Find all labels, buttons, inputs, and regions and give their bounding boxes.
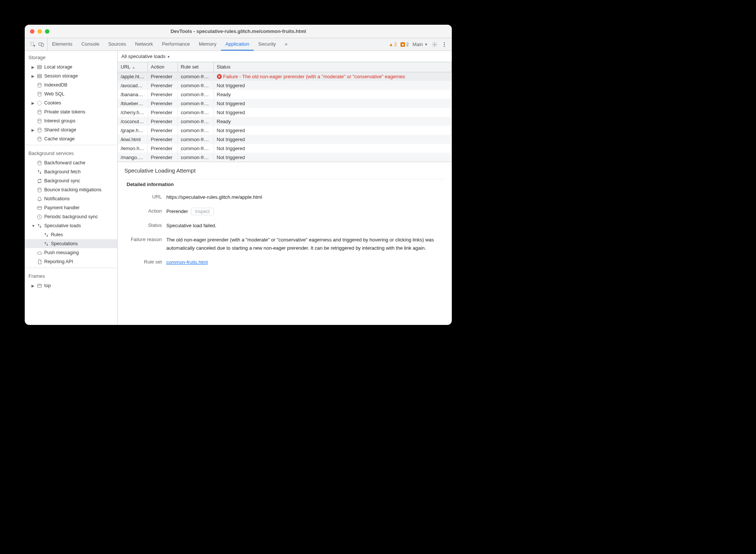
sidebar-item-bounce-tracking-mitigations[interactable]: Bounce tracking mitigations	[25, 185, 117, 194]
issues-badge[interactable]: ■2	[400, 42, 409, 47]
warnings-badge[interactable]: ▲2	[389, 42, 397, 47]
tab-performance[interactable]: Performance	[157, 38, 194, 51]
sidebar-item-interest-groups[interactable]: Interest groups	[25, 116, 117, 125]
tab-network[interactable]: Network	[131, 38, 158, 51]
cell-action: Prerender	[148, 135, 178, 144]
cloud-icon	[36, 250, 43, 256]
sidebar-item-label: Reporting API	[43, 259, 73, 264]
table-row[interactable]: /banana.… Prerender common-fr… Ready	[118, 90, 452, 99]
table-row[interactable]: /blueberr… Prerender common-fr… Not trig…	[118, 99, 452, 108]
table-row[interactable]: /coconut… Prerender common-fr… Ready	[118, 117, 452, 126]
disk-icon	[36, 82, 43, 88]
sidebar-item-web-sql[interactable]: Web SQL	[25, 89, 117, 98]
cell-action: Prerender	[148, 153, 178, 162]
svg-point-15	[37, 101, 41, 105]
table-row[interactable]: /kiwi.html Prerender common-fr… Not trig…	[118, 135, 452, 144]
sidebar-item-speculations[interactable]: Speculations	[25, 239, 117, 248]
table-row[interactable]: /grape.html Prerender common-fr… Not tri…	[118, 126, 452, 135]
main-panel: All speculative loads ▼ URL▲ActionRule s…	[118, 51, 452, 325]
cell-action: Prerender	[148, 72, 178, 81]
cell-status: Not triggered	[214, 126, 452, 135]
cell-url: /lemon.h…	[118, 144, 148, 153]
cell-url: /mango.…	[118, 153, 148, 162]
sidebar-item-label: Push messaging	[43, 250, 79, 255]
table-row[interactable]: /apple.html Prerender common-fr… ✕Failur…	[118, 72, 452, 81]
sync-icon	[36, 178, 43, 184]
sidebar-item-back-forward-cache[interactable]: Back/forward cache	[25, 158, 117, 167]
svg-point-4	[444, 42, 445, 43]
settings-icon[interactable]	[432, 42, 438, 48]
sidebar-item-reporting-api[interactable]: Reporting API	[25, 257, 117, 266]
sidebar-item-label: Interest groups	[43, 118, 75, 124]
sidebar-item-top[interactable]: ▶ top	[25, 281, 117, 290]
tab-elements[interactable]: Elements	[48, 38, 77, 51]
sidebar-item-notifications[interactable]: Notifications	[25, 194, 117, 203]
minimize-button[interactable]	[37, 29, 42, 34]
ruleset-link[interactable]: common-fruits.html	[166, 259, 208, 265]
column-rule-set[interactable]: Rule set	[178, 62, 214, 72]
inspect-button[interactable]: Inspect	[191, 208, 214, 215]
sidebar-item-local-storage[interactable]: ▶ Local storage	[25, 63, 117, 71]
sidebar-item-indexeddb[interactable]: IndexedDB	[25, 80, 117, 89]
tab-security[interactable]: Security	[254, 38, 280, 51]
sidebar-item-session-storage[interactable]: ▶ Session storage	[25, 71, 117, 80]
sidebar-item-cache-storage[interactable]: Cache storage	[25, 134, 117, 143]
svg-point-19	[38, 137, 41, 138]
sidebar-item-private-state-tokens[interactable]: Private state tokens	[25, 107, 117, 116]
sidebar-item-cookies[interactable]: ▶ Cookies	[25, 98, 117, 107]
detail-url-label: URL	[124, 193, 162, 200]
table-row[interactable]: /lemon.h… Prerender common-fr… Not trigg…	[118, 144, 452, 153]
section-title: Frames	[25, 270, 117, 281]
cell-ruleset: common-fr…	[178, 117, 214, 126]
detail-ruleset-label: Rule set	[124, 258, 162, 265]
column-status[interactable]: Status	[214, 62, 452, 72]
cell-url: /apple.html	[118, 72, 148, 81]
inspect-icon[interactable]	[30, 42, 36, 48]
cell-status: Ready	[214, 90, 452, 99]
cell-url: /kiwi.html	[118, 135, 148, 144]
sidebar-item-shared-storage[interactable]: ▶ Shared storage	[25, 125, 117, 134]
filter-dropdown[interactable]: All speculative loads ▼	[121, 54, 170, 59]
cell-ruleset: common-fr…	[178, 135, 214, 144]
sidebar-item-background-fetch[interactable]: Background fetch	[25, 167, 117, 176]
updown-icon	[36, 223, 43, 229]
cell-action: Prerender	[148, 108, 178, 117]
column-url[interactable]: URL▲	[118, 62, 148, 72]
sidebar-item-label: Rules	[49, 232, 63, 237]
sidebar-item-push-messaging[interactable]: Push messaging	[25, 248, 117, 257]
detail-failure-value: The old non-eager prerender (with a "mod…	[166, 236, 445, 252]
updown-icon	[36, 169, 43, 175]
cell-status: Not triggered	[214, 108, 452, 117]
table-row[interactable]: /avocad… Prerender common-fr… Not trigge…	[118, 81, 452, 90]
detail-failure-label: Failure reason	[124, 236, 162, 242]
zoom-button[interactable]	[45, 29, 49, 34]
tab-memory[interactable]: Memory	[194, 38, 221, 51]
device-icon[interactable]	[38, 42, 44, 48]
cell-status: Not triggered	[214, 135, 452, 144]
more-tabs[interactable]: »	[280, 38, 292, 51]
column-action[interactable]: Action	[148, 62, 178, 72]
db-icon	[36, 73, 43, 79]
sidebar-item-label: Payment handler	[43, 205, 80, 210]
sidebar-item-label: Shared storage	[43, 127, 76, 133]
sidebar-item-rules[interactable]: Rules	[25, 230, 117, 239]
more-icon[interactable]	[441, 42, 447, 48]
sidebar-item-payment-handler[interactable]: Payment handler	[25, 203, 117, 212]
sidebar-item-speculative-loads[interactable]: ▼ Speculative loads	[25, 221, 117, 230]
sidebar-item-background-sync[interactable]: Background sync	[25, 176, 117, 185]
table-row[interactable]: /mango.… Prerender common-fr… Not trigge…	[118, 153, 452, 162]
context-selector[interactable]: Main▼	[412, 42, 428, 47]
cell-url: /avocad…	[118, 81, 148, 90]
cell-ruleset: common-fr…	[178, 126, 214, 135]
db-icon	[36, 64, 43, 70]
table-row[interactable]: /cherry.h… Prerender common-fr… Not trig…	[118, 108, 452, 117]
tab-sources[interactable]: Sources	[104, 38, 131, 51]
close-button[interactable]	[30, 29, 34, 34]
sidebar-item-periodic-background-sync[interactable]: Periodic background sync	[25, 212, 117, 221]
svg-point-16	[38, 110, 41, 111]
tab-application[interactable]: Application	[221, 38, 254, 51]
sidebar-item-label: Cookies	[43, 100, 61, 106]
tab-console[interactable]: Console	[77, 38, 104, 51]
sidebar-item-label: Bounce tracking mitigations	[43, 187, 102, 192]
cell-ruleset: common-fr…	[178, 72, 214, 81]
